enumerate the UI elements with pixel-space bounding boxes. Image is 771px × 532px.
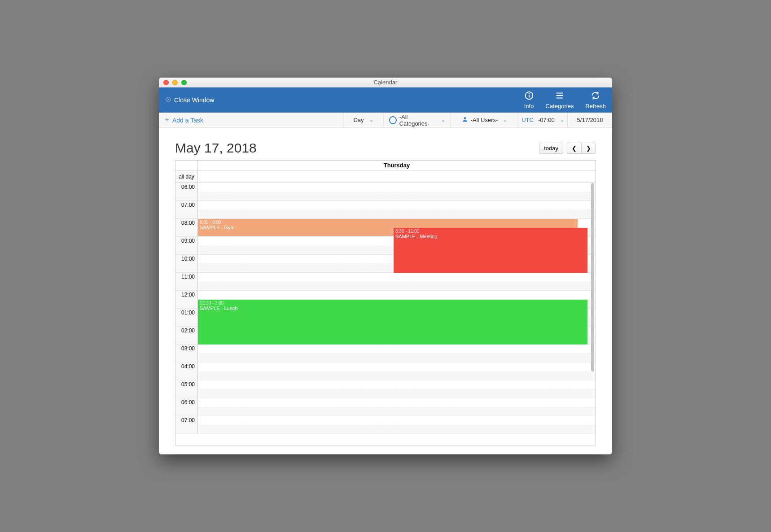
hour-label: 01:00 bbox=[175, 309, 198, 326]
hour-label: 06:00 bbox=[175, 398, 198, 416]
event-time: 8:30 - 11:00 bbox=[395, 229, 586, 234]
refresh-label: Refresh bbox=[585, 103, 606, 109]
hour-label: 09:00 bbox=[175, 237, 198, 254]
event-time: 8:00 - 9:00 bbox=[200, 220, 576, 225]
event-title: SAMPLE - Meeting bbox=[395, 234, 586, 239]
hour-label: 03:00 bbox=[175, 344, 198, 362]
hour-label: 07:00 bbox=[175, 201, 198, 218]
time-grid-scroll[interactable]: 06:0007:0008:0009:0010:0011:0012:0001:00… bbox=[175, 183, 596, 445]
chevron-left-icon: ❮ bbox=[572, 145, 577, 152]
refresh-icon bbox=[591, 91, 600, 102]
event-title: SAMPLE - Lunch bbox=[200, 305, 586, 311]
user-select[interactable]: -All Users- ⌄ bbox=[451, 113, 518, 127]
chevron-right-icon: ❯ bbox=[586, 145, 591, 152]
calendar-title: May 17, 2018 bbox=[175, 140, 257, 156]
date-value: 5/17/2018 bbox=[577, 117, 603, 123]
filter-bar: Add a Task Day ⌄ -All Categories- ⌄ -All… bbox=[159, 113, 612, 128]
chevron-down-icon: ⌄ bbox=[503, 117, 507, 123]
categories-label: Categories bbox=[546, 103, 574, 109]
category-select[interactable]: -All Categories- ⌄ bbox=[383, 113, 451, 127]
close-circle-icon bbox=[165, 96, 171, 104]
events-layer: 8:00 - 9:00SAMPLE - Gym8:30 - 11:00SAMPL… bbox=[198, 183, 589, 445]
svg-point-3 bbox=[529, 93, 529, 94]
hour-label: 10:00 bbox=[175, 255, 198, 272]
calendar-header: May 17, 2018 today ❮ ❯ bbox=[175, 140, 596, 156]
day-header-row: Thursday bbox=[175, 161, 596, 170]
timezone-offset: -07:00 bbox=[538, 117, 555, 123]
calendar-event[interactable]: 12:30 - 3:00SAMPLE - Lunch bbox=[198, 300, 587, 344]
view-mode-value: Day bbox=[353, 117, 364, 123]
calendar-event[interactable]: 8:30 - 11:00SAMPLE - Meeting bbox=[394, 228, 587, 273]
hour-label: 02:00 bbox=[175, 327, 198, 344]
calendar-nav: today ❮ ❯ bbox=[539, 143, 596, 154]
allday-row: all day bbox=[175, 170, 596, 183]
event-time: 12:30 - 3:00 bbox=[200, 301, 586, 305]
category-circle-icon bbox=[389, 116, 397, 124]
timezone-select[interactable]: UTC -07:00 ⌄ bbox=[518, 113, 567, 127]
user-icon bbox=[462, 116, 468, 124]
prev-next-group: ❮ ❯ bbox=[567, 143, 596, 154]
categories-button[interactable]: Categories bbox=[546, 91, 574, 109]
prev-button[interactable]: ❮ bbox=[567, 143, 581, 154]
hour-label: 05:00 bbox=[175, 380, 198, 398]
user-value: -All Users- bbox=[471, 117, 498, 123]
app-window: Calendar Close Window Info Categories bbox=[159, 78, 612, 454]
list-icon bbox=[555, 91, 565, 102]
titlebar: Calendar bbox=[159, 78, 612, 87]
close-window-button[interactable]: Close Window bbox=[165, 96, 214, 104]
today-button[interactable]: today bbox=[539, 143, 563, 154]
category-value: -All Categories- bbox=[399, 113, 436, 127]
hour-label: 07:00 bbox=[175, 416, 198, 434]
chevron-down-icon: ⌄ bbox=[560, 117, 564, 123]
allday-label: all day bbox=[175, 170, 198, 183]
time-column-header bbox=[175, 161, 198, 170]
hour-label: 12:00 bbox=[175, 291, 198, 308]
add-task-button[interactable]: Add a Task bbox=[159, 113, 343, 127]
timezone-label: UTC bbox=[521, 117, 534, 123]
day-name: Thursday bbox=[198, 161, 596, 170]
refresh-button[interactable]: Refresh bbox=[585, 91, 606, 109]
chevron-down-icon: ⌄ bbox=[441, 117, 445, 123]
add-task-label: Add a Task bbox=[172, 117, 203, 124]
hour-label: 04:00 bbox=[175, 362, 198, 380]
calendar-grid: Thursday all day 06:0007:0008:0009:0010:… bbox=[175, 160, 596, 445]
hour-label: 08:00 bbox=[175, 219, 198, 236]
view-mode-select[interactable]: Day ⌄ bbox=[343, 113, 383, 127]
date-display[interactable]: 5/17/2018 bbox=[567, 113, 612, 127]
toolbar-actions: Info Categories Refresh bbox=[524, 91, 606, 109]
svg-point-9 bbox=[464, 117, 466, 119]
calendar-body: May 17, 2018 today ❮ ❯ Thursday all day … bbox=[159, 128, 612, 454]
info-button[interactable]: Info bbox=[524, 91, 534, 109]
info-label: Info bbox=[524, 103, 534, 109]
plus-icon bbox=[164, 117, 170, 124]
close-window-label: Close Window bbox=[174, 96, 214, 104]
allday-slot[interactable] bbox=[198, 170, 596, 183]
chevron-down-icon: ⌄ bbox=[369, 117, 373, 123]
main-toolbar: Close Window Info Categories Refresh bbox=[159, 87, 612, 113]
hour-label: 11:00 bbox=[175, 273, 198, 290]
info-icon bbox=[524, 91, 534, 102]
scrollbar-track bbox=[591, 183, 594, 445]
next-button[interactable]: ❯ bbox=[581, 143, 596, 154]
hour-label: 06:00 bbox=[175, 183, 198, 201]
window-title: Calendar bbox=[159, 79, 612, 86]
scrollbar-thumb[interactable] bbox=[591, 183, 594, 371]
